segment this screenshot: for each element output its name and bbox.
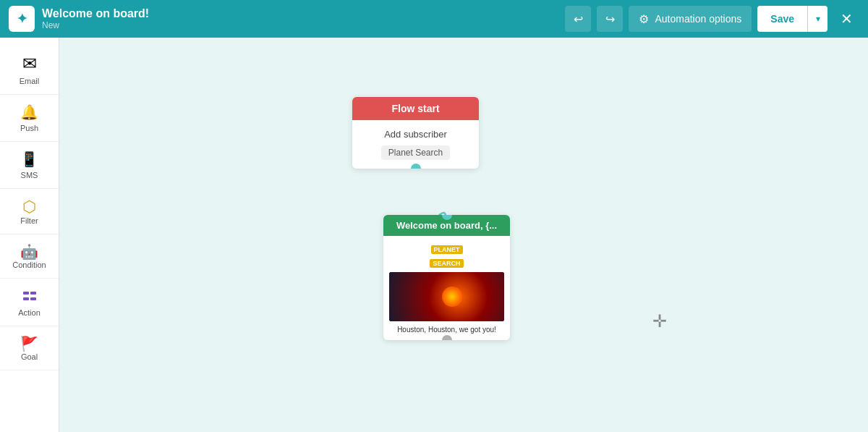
- sidebar-label-action: Action: [18, 308, 41, 317]
- svg-rect-2: [23, 297, 29, 300]
- page-subtitle: New: [42, 20, 558, 30]
- flow-start-header: Flow start: [352, 97, 479, 120]
- sidebar-label-push: Push: [20, 124, 38, 132]
- sidebar-item-goal[interactable]: 🚩 Goal: [0, 326, 59, 370]
- flow-start-subtitle: Add subscriber: [361, 129, 470, 140]
- filter-icon: ⬡: [22, 198, 36, 216]
- save-button[interactable]: Save: [757, 6, 807, 32]
- save-group: Save ▾: [757, 6, 827, 32]
- sidebar-item-filter[interactable]: ⬡ Filter: [0, 189, 59, 234]
- page-title: Welcome on board!: [42, 7, 558, 20]
- redo-button[interactable]: ↪: [597, 6, 623, 32]
- sidebar-label-condition: Condition: [12, 261, 46, 269]
- email-image: [389, 272, 504, 321]
- planet-label-line1: PLANET: [431, 245, 463, 254]
- email-caption: Houston, Houston, we got you!: [389, 325, 504, 334]
- email-node-body: PLANET SEARCH Houston, Houston, we got y…: [383, 236, 510, 340]
- sidebar-item-sms[interactable]: 📱 SMS: [0, 142, 59, 189]
- svg-rect-0: [23, 292, 29, 295]
- chevron-down-icon: ▾: [816, 14, 820, 24]
- close-button[interactable]: ✕: [833, 6, 859, 32]
- planet-label-line2: SEARCH: [430, 259, 463, 268]
- flow-start-tag: Planet Search: [381, 145, 450, 160]
- svg-rect-1: [30, 292, 36, 295]
- svg-rect-3: [30, 297, 36, 300]
- planet-search-labels: PLANET SEARCH: [389, 242, 504, 269]
- automation-canvas[interactable]: Flow start Add subscriber Planet Search …: [59, 38, 868, 432]
- push-icon: 🔔: [20, 103, 38, 121]
- header: ✦ Welcome on board! New ↩ ↪ ⚙ Automation…: [0, 0, 868, 38]
- planet-visual: [389, 272, 504, 321]
- sidebar-item-push[interactable]: 🔔 Push: [0, 95, 59, 142]
- app-logo: ✦: [9, 6, 35, 32]
- sidebar-item-condition[interactable]: 🤖 Condition: [0, 234, 59, 279]
- condition-icon: 🤖: [20, 243, 38, 261]
- save-dropdown-button[interactable]: ▾: [807, 6, 827, 32]
- sms-icon: 📱: [20, 151, 38, 168]
- header-actions: ↩ ↪ ⚙ Automation options Save ▾ ✕: [565, 6, 859, 32]
- title-group: Welcome on board! New: [42, 7, 558, 30]
- email-node[interactable]: Welcome on board, {... PLANET SEARCH Hou…: [383, 215, 510, 340]
- sidebar-item-action[interactable]: Action: [0, 279, 59, 326]
- flow-start-body: Add subscriber Planet Search: [352, 120, 479, 169]
- sidebar-label-filter: Filter: [20, 216, 38, 225]
- gear-icon: ⚙: [639, 12, 649, 26]
- undo-button[interactable]: ↩: [565, 6, 591, 32]
- connector-dot-bottom: [411, 164, 421, 169]
- sidebar-label-email: Email: [20, 77, 40, 85]
- logo-icon: ✦: [17, 11, 27, 27]
- flow-start-node[interactable]: Flow start Add subscriber Planet Search: [352, 97, 479, 169]
- connector-dot-bottom2: [442, 335, 452, 340]
- move-cursor-icon: ✛: [652, 311, 667, 331]
- action-icon: [21, 287, 38, 308]
- sidebar-label-goal: Goal: [21, 352, 38, 361]
- sidebar-item-email[interactable]: ✉ Email: [0, 45, 59, 95]
- automation-options-button[interactable]: ⚙ Automation options: [629, 6, 752, 32]
- planet-glow: [442, 287, 462, 307]
- sidebar-label-sms: SMS: [21, 171, 38, 179]
- email-icon: ✉: [22, 54, 37, 74]
- automation-options-label: Automation options: [655, 13, 741, 25]
- sidebar: ✉ Email 🔔 Push 📱 SMS ⬡ Filter 🤖 Conditio…: [0, 38, 59, 432]
- main-layout: ✉ Email 🔔 Push 📱 SMS ⬡ Filter 🤖 Conditio…: [0, 38, 868, 432]
- goal-icon: 🚩: [20, 335, 38, 352]
